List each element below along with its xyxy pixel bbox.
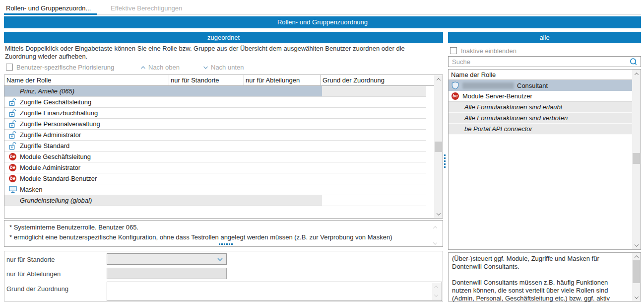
row-label: Alle Formularaktionen sind erlaubt: [464, 103, 562, 111]
search-input[interactable]: [448, 56, 641, 67]
grund-der-zuordnung-textarea[interactable]: [107, 282, 442, 301]
page-title: Rollen- und Gruppenzuordnung: [4, 16, 641, 28]
row-label: Zugriffe Finanzbuchhaltung: [20, 108, 98, 118]
column-header-nur-fuer-standorte[interactable]: nur für Standorte: [171, 75, 219, 85]
table-row[interactable]: Masken: [4, 184, 426, 195]
redacted-text: [462, 82, 514, 89]
lock-open-icon: [9, 109, 17, 117]
horizontal-splitter[interactable]: [219, 243, 233, 245]
standorte-dropdown[interactable]: [107, 253, 227, 265]
abteilungen-field[interactable]: [107, 268, 227, 279]
row-label: Alle Formularaktionen sind verboten: [464, 114, 568, 122]
role-description-box: (Über-)steuert ggf. Module, Zugriffe und…: [448, 252, 641, 302]
row-label: Module Geschäftsleitung: [20, 152, 91, 162]
nach-oben-label: Nach oben: [148, 64, 180, 71]
left-panel-header: zugeordnet: [4, 32, 443, 43]
tab-effektive-berechtigungen[interactable]: Effektive Berechtigungen: [111, 3, 182, 14]
scroll-down-icon[interactable]: [434, 293, 438, 297]
row-label: Grundeinstellung (global): [20, 195, 92, 206]
inaktive-einblenden-label: Inaktive einblenden: [461, 47, 516, 55]
assigned-roles-table: Name der Rolle nur für Standorte nur für…: [4, 75, 443, 219]
nach-unten-label: Nach unten: [211, 64, 244, 71]
table-row[interactable]: Grundeinstellung (global): [4, 195, 426, 206]
shield-icon: [451, 81, 459, 89]
scroll-up-icon[interactable]: [434, 286, 438, 290]
lock-open-icon: [9, 98, 17, 106]
table-scrollbar[interactable]: [434, 75, 443, 218]
column-separator: [321, 75, 321, 86]
tab-rollen-gruppenzuordnung[interactable]: Rollen- und Gruppenzuordn...: [6, 3, 91, 14]
row-label: Zugriffe Personalverwaltung: [20, 119, 100, 129]
active-tab-underline: [4, 13, 97, 15]
table-row[interactable]: beModule Geschäftsleitung: [4, 152, 426, 162]
row-label: Module Server-Benutzer: [462, 92, 532, 100]
chevron-up-icon: [140, 66, 146, 70]
table-row[interactable]: beModule Standard-Benutzer: [4, 173, 426, 184]
scroll-down-icon[interactable]: [434, 210, 443, 218]
rollen-gruppenzuordnung-window: Rollen- und Gruppenzuordn... Effektive B…: [0, 0, 644, 303]
lock-open-icon: [9, 120, 17, 128]
footnote-lines: * Systeminterne Benutzerrolle. Benutzer …: [9, 223, 428, 242]
inaktive-einblenden-checkbox[interactable]: [450, 47, 457, 54]
benutzer-priorisierung-checkbox[interactable]: [6, 64, 13, 71]
row-label: Module Administrator: [20, 162, 80, 173]
instructions-text: Mittels Doppelklick oder Eingabetaste kö…: [5, 45, 436, 61]
scroll-up-icon[interactable]: [434, 76, 443, 83]
list-scrollbar[interactable]: [632, 70, 641, 249]
chevron-down-icon: [203, 66, 208, 70]
be-icon: be: [451, 92, 459, 100]
vertical-splitter[interactable]: [444, 154, 446, 168]
footnote-line: * ermöglicht eine benutzerspezifische Ko…: [9, 232, 428, 242]
table-row[interactable]: Zugriffe Administrator: [4, 130, 426, 141]
list-header-name-der-rolle[interactable]: Name der Rolle: [449, 70, 632, 80]
chevron-down-icon: [217, 258, 223, 261]
scrollbar-thumb[interactable]: [435, 142, 442, 152]
footnote-line: * Systeminterne Benutzerrolle. Benutzer …: [9, 223, 428, 232]
list-item[interactable]: be Portal API connector: [449, 124, 632, 135]
textarea-scrollbar[interactable]: [432, 283, 441, 300]
scrollbar-thumb[interactable]: [633, 260, 640, 283]
row-label: Zugriffe Administrator: [20, 130, 81, 140]
grund-field-label: Grund der Zuordnung: [6, 285, 68, 293]
column-header-name-der-rolle[interactable]: Name der Rolle: [6, 75, 51, 85]
scroll-down-icon[interactable]: [632, 294, 641, 301]
lock-open-icon: [9, 131, 17, 139]
assignment-form: nur für Standorte nur für Abteilungen Gr…: [4, 251, 443, 302]
benutzer-priorisierung-label: Benutzer-spezifische Priorisierung: [16, 64, 114, 71]
column-separator: [169, 75, 169, 86]
table-row[interactable]: Zugriffe Personalverwaltung: [4, 119, 426, 130]
be-icon: be: [9, 153, 17, 161]
tab-bar-divider: [4, 14, 641, 15]
standorte-field-label: nur für Standorte: [6, 256, 55, 263]
scroll-up-icon[interactable]: [632, 70, 641, 77]
column-header-nur-fuer-abteilungen[interactable]: nur für Abteilungen: [246, 75, 300, 85]
table-row[interactable]: Zugriffe Finanzbuchhaltung: [4, 108, 426, 119]
scroll-up-icon[interactable]: [432, 223, 439, 228]
table-row[interactable]: Zugriffe Standard: [4, 141, 426, 152]
search-icon[interactable]: [629, 58, 638, 68]
list-item[interactable]: Alle Formularaktionen sind erlaubt: [449, 102, 632, 113]
row-label: Consultant: [517, 82, 548, 89]
column-separator: [244, 75, 244, 86]
list-item[interactable]: Alle Formularaktionen sind verboten: [449, 113, 632, 124]
monitor-icon: [9, 186, 17, 194]
nach-unten-button[interactable]: Nach unten: [203, 63, 244, 71]
row-label: Zugriffe Geschäftsleitung: [20, 97, 91, 107]
table-row[interactable]: Zugriffe Geschäftsleitung: [4, 97, 426, 108]
list-item[interactable]: beModule Server-Benutzer: [449, 91, 632, 102]
column-header-grund-der-zuordnung[interactable]: Grund der Zuordnung: [322, 75, 385, 85]
scroll-up-icon[interactable]: [632, 253, 641, 260]
scrollbar-thumb[interactable]: [633, 153, 640, 164]
description-scrollbar[interactable]: [632, 253, 641, 301]
search-field-wrap: [448, 56, 641, 67]
scroll-down-icon[interactable]: [432, 239, 439, 244]
table-row[interactable]: Prinz, Amelie (065): [4, 86, 426, 97]
nach-oben-button[interactable]: Nach oben: [140, 63, 180, 71]
scroll-down-icon[interactable]: [632, 241, 641, 249]
table-header-row: Name der Rolle nur für Standorte nur für…: [4, 75, 443, 86]
role-description-text: (Über-)steuert ggf. Module, Zugriffe und…: [452, 255, 628, 303]
table-row[interactable]: beModule Administrator: [4, 162, 426, 173]
list-item[interactable]: Consultant: [449, 80, 632, 91]
row-label: Masken: [20, 184, 43, 195]
row-label: Prinz, Amelie (065): [20, 86, 74, 96]
